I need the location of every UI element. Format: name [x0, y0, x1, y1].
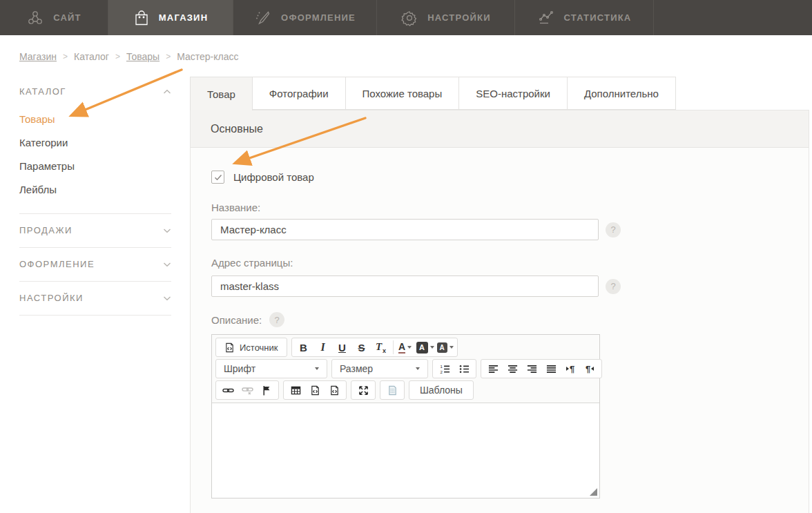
- sidebar-section-sales[interactable]: ПРОДАЖИ: [19, 214, 171, 235]
- remove-format-button[interactable]: Tx: [371, 339, 391, 356]
- section-title: Основные: [211, 123, 263, 135]
- nav-label: НАСТРОЙКИ: [427, 12, 491, 23]
- nav-filler: [653, 0, 812, 35]
- caret-down-icon: [430, 346, 434, 349]
- product-tabs: Товар Фотографии Похожие товары SEO-наст…: [190, 77, 676, 110]
- caret-down-icon: [416, 367, 420, 370]
- breadcrumb-products[interactable]: Товары: [126, 51, 160, 62]
- align-center-button[interactable]: [503, 360, 522, 377]
- sidebar-section-title: НАСТРОЙКИ: [19, 293, 84, 303]
- bold-button[interactable]: B: [294, 339, 313, 356]
- editor-resize-handle[interactable]: [590, 488, 597, 496]
- breadcrumb-shop[interactable]: Магазин: [19, 51, 57, 62]
- align-right-button[interactable]: [522, 360, 541, 377]
- text-direction-rtl-button[interactable]: ¶: [580, 360, 599, 377]
- maximize-button[interactable]: [354, 382, 373, 398]
- main-panel: Основные Цифровой товар Название: ? Адре…: [190, 110, 809, 513]
- caret-down-icon: [407, 346, 412, 349]
- font-group: Шрифт: [215, 359, 327, 378]
- numbered-list-button[interactable]: 12: [435, 360, 454, 377]
- nav-item-statistics[interactable]: СТАТИСТИКА: [514, 0, 653, 35]
- templates-button[interactable]: Шаблоны: [412, 382, 471, 398]
- show-blocks-button[interactable]: [383, 382, 402, 398]
- sidebar-section-title: ПРОДАЖИ: [19, 225, 72, 235]
- sidebar-item-categories[interactable]: Категории: [19, 137, 171, 148]
- svg-text:2: 2: [440, 369, 443, 374]
- strikethrough-button[interactable]: S: [352, 339, 371, 356]
- tab-photos[interactable]: Фотографии: [252, 77, 346, 110]
- underline-button[interactable]: U: [333, 339, 352, 356]
- ltr-arrow-icon: [566, 367, 569, 371]
- nav-item-site[interactable]: САЙТ: [0, 0, 108, 35]
- sidebar-section-settings[interactable]: НАСТРОЙКИ: [19, 282, 171, 303]
- digital-product-row: Цифровой товар: [211, 171, 788, 184]
- anchor-flag-button[interactable]: [257, 382, 276, 398]
- breadcrumb-current-page: Мастер-класс: [177, 51, 238, 62]
- list-group: 12: [432, 359, 476, 378]
- toolbar-row-2: Шрифт Размер 12: [215, 359, 596, 378]
- text-direction-ltr-button[interactable]: ¶: [561, 360, 580, 377]
- digital-product-checkbox[interactable]: [211, 171, 224, 184]
- url-input[interactable]: [211, 275, 599, 297]
- editor-content-area[interactable]: [212, 403, 599, 498]
- sidebar-item-parameters[interactable]: Параметры: [19, 160, 171, 172]
- sidebar-section-sales-wrap: ПРОДАЖИ: [19, 214, 171, 248]
- bulleted-list-icon: [459, 364, 470, 374]
- align-justify-button[interactable]: [541, 360, 561, 377]
- bulleted-list-button[interactable]: [454, 360, 474, 377]
- nav-item-design[interactable]: ОФОРМЛЕНИЕ: [233, 0, 376, 35]
- sidebar-divider: [19, 315, 171, 316]
- font-select-value: Шрифт: [224, 363, 255, 374]
- align-center-icon: [508, 364, 518, 374]
- html-snippet-button[interactable]: [325, 382, 344, 398]
- align-left-button[interactable]: [483, 360, 503, 377]
- name-help-icon[interactable]: ?: [606, 222, 621, 238]
- size-select[interactable]: Размер: [334, 360, 425, 377]
- font-select[interactable]: Шрифт: [218, 360, 325, 377]
- align-right-icon: [527, 364, 537, 374]
- insert-group: [283, 380, 347, 400]
- description-help-icon[interactable]: ?: [269, 312, 284, 327]
- name-input[interactable]: [211, 219, 599, 240]
- source-button-label: Источник: [240, 342, 278, 353]
- brush-icon: [254, 9, 272, 27]
- url-help-icon[interactable]: ?: [606, 279, 621, 294]
- sidebar-section-design-wrap: ОФОРМЛЕНИЕ: [19, 248, 171, 282]
- align-left-icon: [488, 364, 499, 374]
- background-color-button[interactable]: A: [415, 339, 436, 356]
- sidebar-item-products[interactable]: Товары: [19, 113, 171, 125]
- nav-item-shop[interactable]: МАГАЗИН: [108, 0, 233, 35]
- sidebar-section-catalog[interactable]: КАТАЛОГ: [19, 77, 171, 97]
- templates-group: Шаблоны: [409, 380, 474, 400]
- source-button[interactable]: Источник: [218, 339, 284, 356]
- text-color-button[interactable]: A: [396, 339, 415, 356]
- show-blocks-group: [380, 380, 405, 400]
- checkmark-icon: [214, 174, 222, 181]
- align-justify-icon: [546, 364, 557, 374]
- tab-product[interactable]: Товар: [190, 77, 253, 110]
- description-field-label: Описание:: [211, 314, 262, 326]
- chevron-down-icon: [163, 228, 171, 233]
- format-group: B I U S Tx A A: [291, 338, 458, 357]
- nav-label: СТАТИСТИКА: [564, 12, 632, 23]
- auto-color-button[interactable]: A: [436, 339, 455, 356]
- sidebar-section-design[interactable]: ОФОРМЛЕНИЕ: [19, 248, 171, 269]
- numbered-list-icon: 12: [440, 364, 450, 374]
- tab-seo-settings[interactable]: SEO-настройки: [458, 77, 568, 110]
- link-icon: [222, 385, 234, 396]
- unlink-button[interactable]: [238, 382, 257, 398]
- tab-additional[interactable]: Дополнительно: [567, 77, 676, 110]
- table-button[interactable]: [286, 382, 305, 398]
- caret-down-icon: [315, 367, 319, 370]
- description-editor: Источник B I U S Tx A: [211, 334, 600, 499]
- nav-item-settings[interactable]: НАСТРОЙКИ: [376, 0, 514, 35]
- iframe-button[interactable]: [305, 382, 325, 398]
- nav-label: САЙТ: [53, 12, 81, 23]
- tab-similar-products[interactable]: Похожие товары: [345, 77, 460, 110]
- link-button[interactable]: [218, 382, 238, 398]
- unlink-icon: [242, 385, 253, 396]
- toolbar-row-1: Источник B I U S Tx A: [215, 338, 596, 357]
- italic-button[interactable]: I: [313, 339, 333, 356]
- sidebar-item-labels[interactable]: Лейблы: [19, 184, 171, 195]
- sidebar: КАТАЛОГ Товары Категории Параметры Лейбл…: [19, 77, 171, 316]
